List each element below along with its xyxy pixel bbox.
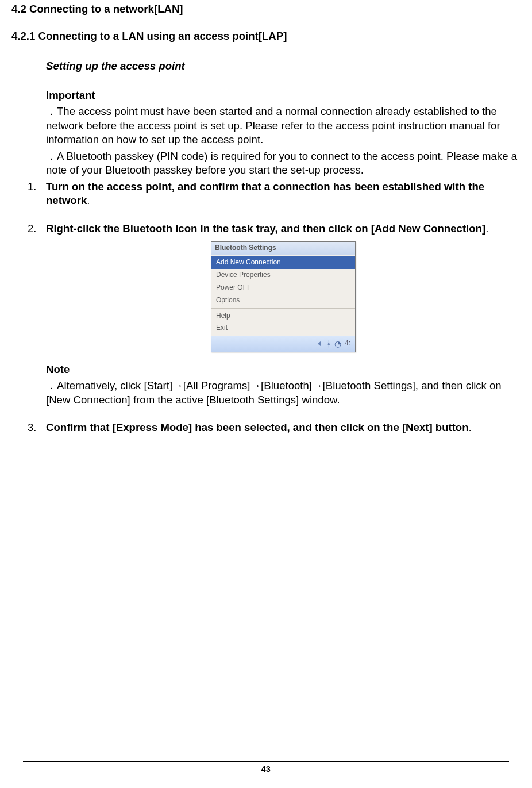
context-menu-body: Add New Connection Device Properties Pow…: [211, 255, 355, 336]
footer-rule: [23, 761, 509, 762]
menu-item-options[interactable]: Options: [211, 294, 355, 307]
step-3-text: Confirm that [Express Mode] has been sel…: [46, 421, 469, 433]
step-3: 3. Confirm that [Express Mode] has been …: [11, 421, 521, 435]
menu-item-device-properties[interactable]: Device Properties: [211, 269, 355, 282]
step-2: 2. Right-click the Bluetooth icon in the…: [11, 222, 521, 407]
steps-list: 1. Turn on the access point, and confirm…: [11, 180, 521, 435]
important-bullet-1: ．The access point must have been started…: [46, 105, 521, 147]
menu-separator: [211, 308, 355, 309]
tray-clock: 4:: [345, 339, 350, 348]
step-3-tail: .: [469, 421, 472, 433]
context-menu-title: Bluetooth Settings: [211, 242, 355, 255]
step-2-number: 2.: [28, 222, 37, 236]
heading-4-2-1: 4.2.1 Connecting to a LAN using an acces…: [11, 29, 521, 44]
important-bullet-2: ．A Bluetooth passkey (PIN code) is requi…: [46, 149, 521, 178]
step-3-number: 3.: [28, 421, 37, 435]
bluetooth-tray-icon[interactable]: ᚼ: [326, 339, 331, 349]
note-block: Note ．Alternatively, click [Start]→[All …: [46, 363, 521, 408]
step-2-text: Right-click the Bluetooth icon in the ta…: [46, 222, 485, 235]
heading-setting-up: Setting up the access point: [46, 59, 521, 74]
important-block: Important ．The access point must have be…: [46, 89, 521, 178]
note-text: ．Alternatively, click [Start]→[All Progr…: [46, 379, 521, 407]
menu-item-add-new-connection[interactable]: Add New Connection: [211, 256, 355, 269]
note-label: Note: [46, 363, 521, 377]
step-1-tail: .: [87, 194, 90, 206]
context-menu-figure: Bluetooth Settings Add New Connection De…: [46, 241, 521, 352]
heading-4-2: 4.2 Connecting to a network[LAN]: [11, 2, 521, 17]
tray-status-icon[interactable]: ◔: [334, 339, 341, 349]
tray-expand-icon[interactable]: [318, 341, 321, 347]
menu-item-help[interactable]: Help: [211, 310, 355, 322]
menu-item-power-off[interactable]: Power OFF: [211, 282, 355, 294]
menu-item-exit[interactable]: Exit: [211, 322, 355, 335]
task-tray: ᚼ ◔ 4:: [211, 336, 355, 351]
step-1-text: Turn on the access point, and confirm th…: [46, 180, 484, 207]
page: 4.2 Connecting to a network[LAN] 4.2.1 C…: [0, 0, 532, 788]
step-2-tail: .: [485, 222, 488, 235]
important-label: Important: [46, 89, 521, 103]
page-number: 43: [0, 764, 532, 774]
step-1-number: 1.: [28, 180, 37, 194]
tray-clock-text: 4:: [345, 339, 350, 348]
context-menu: Bluetooth Settings Add New Connection De…: [211, 241, 356, 352]
step-1: 1. Turn on the access point, and confirm…: [11, 180, 521, 208]
